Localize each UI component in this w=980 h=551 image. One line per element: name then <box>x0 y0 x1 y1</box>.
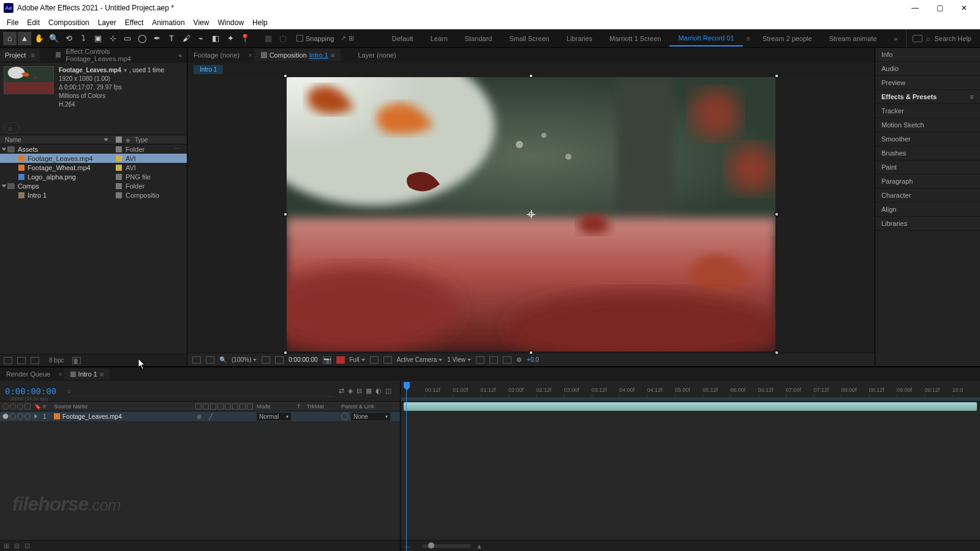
brush-tool[interactable]: 🖌 <box>179 32 193 45</box>
workspace-stream2[interactable]: Stream 2 people <box>754 31 821 46</box>
panel-overflow-icon[interactable]: » <box>173 51 187 59</box>
zoom-out-icon[interactable]: — <box>404 542 411 550</box>
tab-timeline-comp[interactable]: Intro 1≡ <box>64 369 110 380</box>
interpret-footage-icon[interactable] <box>4 357 12 364</box>
resolution-icon[interactable] <box>262 356 270 364</box>
workspace-marriott1[interactable]: Marriott 1 Screen <box>601 31 669 46</box>
tab-render-queue[interactable]: Render Queue <box>0 369 56 380</box>
timeline-search-input[interactable]: ⌕ <box>67 386 334 397</box>
zoom-in-icon[interactable]: ▲ <box>476 542 483 550</box>
composition-viewer[interactable] <box>187 76 875 353</box>
draft3d-tl-icon[interactable]: ◈ <box>348 387 353 395</box>
always-preview-icon[interactable] <box>192 356 201 364</box>
composition-canvas[interactable] <box>287 77 775 351</box>
blend-mode-dropdown[interactable]: Normal▾ <box>257 413 291 421</box>
3d-icon[interactable] <box>476 356 484 364</box>
tab-layer-viewer[interactable]: Layer (none) <box>352 49 402 61</box>
home-button[interactable]: ⌂ <box>3 32 17 45</box>
shy-icon[interactable]: ⊟ <box>356 387 362 395</box>
label-swatch[interactable] <box>116 156 122 162</box>
panel-info[interactable]: Info <box>875 48 980 62</box>
minimize-button[interactable]: — <box>903 0 927 16</box>
panel-effects-presets[interactable]: Effects & Presets≡ <box>875 90 980 104</box>
comp-breadcrumb[interactable]: Intro 1 <box>194 65 223 74</box>
timeline-layer-row[interactable]: 1 Footage_Leaves.mp4 ⊕╱ Normal▾ None▾ <box>0 411 400 421</box>
parent-dropdown[interactable]: None▾ <box>351 413 390 421</box>
gear-icon[interactable]: ⚙ <box>516 356 522 363</box>
fast-previews-icon[interactable] <box>370 356 379 364</box>
selection-tool[interactable]: ▲ <box>18 32 31 45</box>
visibility-toggle[interactable] <box>2 413 9 419</box>
clone-tool[interactable]: ⌁ <box>194 32 208 45</box>
col-source-name[interactable]: Source Name <box>51 403 192 410</box>
project-row[interactable]: AssetsFolder⋯ <box>0 144 187 154</box>
toggle-switches-icon[interactable]: ⊞ <box>4 542 9 550</box>
timeline-current-time[interactable]: 0:00:00:00 <box>5 386 56 396</box>
project-row[interactable]: Footage_Wheat.mp4AVI <box>0 163 187 172</box>
shape-ellipse-tool[interactable]: ◯ <box>135 32 149 45</box>
zoom-tool[interactable]: 🔍 <box>47 32 61 45</box>
workspace-smallscreen[interactable]: Small Screen <box>500 31 557 46</box>
camera-dropdown[interactable]: Active Camera <box>397 356 443 363</box>
col-name[interactable]: Name <box>0 137 104 143</box>
pickwhip-icon[interactable] <box>341 413 349 420</box>
grid-icon[interactable] <box>383 356 392 364</box>
comp-mini-flowchart-icon[interactable]: ⇄ <box>339 387 344 395</box>
label-swatch[interactable] <box>116 146 122 152</box>
menu-effect[interactable]: Effect <box>121 17 148 28</box>
graph-editor-icon[interactable]: ◫ <box>385 387 391 395</box>
orbit-tool[interactable]: ⟲ <box>62 32 75 45</box>
project-item-list[interactable]: AssetsFolder⋯Footage_Leaves.mp4AVIFootag… <box>0 144 187 354</box>
project-row[interactable]: Intro 1Compositio <box>0 190 187 200</box>
keyboard-icon[interactable] <box>913 35 922 42</box>
workspace-grip-icon[interactable]: ≡ <box>743 35 754 42</box>
col-trkmat[interactable]: TrkMat <box>307 403 341 410</box>
draft3d-icon[interactable] <box>503 356 511 364</box>
anchor-point-icon[interactable] <box>527 210 535 219</box>
panel-preview[interactable]: Preview <box>875 76 980 90</box>
menu-window[interactable]: Window <box>213 17 248 28</box>
search-help-input[interactable]: Search Help <box>934 35 971 42</box>
panel-menu-icon[interactable]: ≡ <box>970 93 974 100</box>
workspace-libraries[interactable]: Libraries <box>558 31 601 46</box>
menu-composition[interactable]: Composition <box>44 17 94 28</box>
panel-smoother[interactable]: Smoother <box>875 132 980 146</box>
magnification-icon[interactable]: 🔍 <box>219 356 227 363</box>
panel-brushes[interactable]: Brushes <box>875 146 980 160</box>
motion-blur-icon[interactable]: ◐ <box>375 387 382 395</box>
timeline-track-area[interactable]: 00:12f01:00f01:12f02:00f02:12f03:00f03:1… <box>401 381 980 551</box>
pen-tool[interactable]: ✒ <box>150 32 164 45</box>
menu-animation[interactable]: Animation <box>148 17 189 28</box>
close-button[interactable]: ✕ <box>952 0 976 16</box>
project-row[interactable]: CompsFolder <box>0 181 187 190</box>
snapping-checkbox[interactable] <box>296 35 303 42</box>
work-area-bar[interactable] <box>401 397 980 401</box>
resolution-dropdown[interactable]: Full <box>350 356 365 363</box>
anchor-tool[interactable]: ⊹ <box>106 32 119 45</box>
new-comp-icon[interactable] <box>31 357 39 364</box>
panel-paint[interactable]: Paint <box>875 160 980 174</box>
stroke-swatch[interactable]: ▢ <box>276 32 290 45</box>
menu-view[interactable]: View <box>189 17 214 28</box>
menu-file[interactable]: File <box>2 17 23 28</box>
panel-paragraph[interactable]: Paragraph <box>875 174 980 189</box>
eraser-tool[interactable]: ◧ <box>209 32 222 45</box>
puppet-tool[interactable]: 📍 <box>238 32 252 45</box>
snapping-icon[interactable]: ↗ <box>341 34 346 42</box>
panel-align[interactable]: Align <box>875 203 980 217</box>
label-swatch[interactable] <box>116 174 122 180</box>
rotate-tool[interactable]: ⤵ <box>77 32 90 45</box>
project-row[interactable]: Footage_Leaves.mp4AVI <box>0 154 187 163</box>
tab-footage-viewer[interactable]: Footage (none) <box>187 49 246 61</box>
type-tool[interactable]: T <box>165 32 178 45</box>
menu-edit[interactable]: Edit <box>23 17 44 28</box>
project-row[interactable]: Logo_alpha.pngPNG file <box>0 172 187 181</box>
col-label[interactable] <box>116 137 122 143</box>
tab-effect-controls[interactable]: Effect Controls Footage_Leaves.mp4 <box>51 45 173 65</box>
layer-disclosure-icon[interactable] <box>34 414 37 419</box>
lock-icon[interactable] <box>261 52 267 58</box>
current-time-display[interactable]: 0:00:00:00 <box>288 356 317 363</box>
col-type[interactable]: Type <box>135 137 148 143</box>
tab-composition-viewer[interactable]: Composition Intro 1 ≡ <box>255 49 341 61</box>
renderer-icon[interactable] <box>489 356 498 364</box>
